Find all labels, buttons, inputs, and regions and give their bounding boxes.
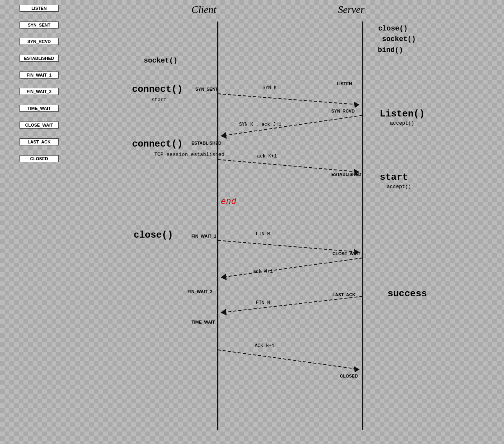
accept-start-label: Listen() [380, 109, 425, 119]
state-box-established: ESTABLISHED [20, 55, 59, 62]
ack-n1-label: ACK N+1 [255, 343, 274, 349]
accept-success-sub-label: accept() [387, 184, 411, 190]
ack-k1-label: ack K+1 [257, 154, 277, 159]
socket-server-label: close() [378, 25, 408, 32]
closed-timeline: CLOSED [340, 374, 358, 378]
close-client-label: close() [134, 230, 173, 240]
last-ack-timeline: LAST_ACK [332, 292, 356, 297]
syn-rcvd-timeline: SYN_RCVD [331, 109, 355, 113]
established-server-timeline: ESTABLISHED [331, 172, 361, 177]
state-box-closed: CLOSED [20, 155, 59, 162]
established-client-timeline: ESTABLISHED [191, 141, 222, 145]
svg-line-12 [221, 296, 363, 313]
svg-line-6 [218, 159, 359, 172]
diagram-container: LISTEN SYN_SENT SYN_RCVD ESTABLISHED FIN… [0, 0, 504, 444]
svg-marker-11 [221, 274, 227, 280]
connect-start-sub-label: start [152, 97, 167, 103]
svg-marker-13 [221, 309, 227, 315]
svg-marker-5 [221, 132, 227, 139]
fin-n-label: FIN N [256, 300, 270, 306]
connect-start-label: connect() [132, 84, 183, 95]
state-box-last-ack: LAST_ACK [20, 138, 59, 145]
close-wait-timeline: CLOSE_WAIT [332, 251, 361, 256]
syn-sent-timeline: SYN_SENT [195, 87, 218, 91]
svg-marker-3 [354, 102, 359, 108]
fin-wait-1-timeline: FIN_WAIT_1 [191, 234, 216, 238]
svg-marker-15 [354, 366, 359, 372]
bind-server-label: socket() [382, 35, 416, 43]
close-server-label: success [388, 288, 427, 299]
fin-m-label: FIN M [256, 231, 270, 237]
state-box-fin-wait-2: FIN_WAIT_2 [20, 88, 59, 95]
connect-end-label: connect() [132, 139, 183, 149]
state-box-fin-wait-1: FIN_WAIT_1 [20, 72, 59, 79]
accept-success-label: start [380, 172, 408, 183]
socket-client-label: socket() [144, 57, 177, 64]
listen-timeline: LISTEN [337, 81, 352, 86]
ack-m1-label: ack M+1 [253, 269, 273, 274]
state-box-time-wait: TIME_WAIT [20, 105, 59, 112]
state-box-syn-sent: SYN_SENT [20, 21, 59, 29]
tcp-session-label: end [221, 197, 236, 207]
svg-line-2 [218, 94, 359, 105]
diagram-svg [0, 0, 504, 444]
syn-k-label: SYN K [263, 85, 277, 91]
state-box-close-wait: CLOSE_WAIT [20, 122, 59, 129]
svg-line-10 [221, 258, 363, 278]
svg-line-8 [218, 240, 359, 252]
server-header: Server [338, 4, 365, 16]
connect-end-sub-label: TCP session established [154, 152, 224, 158]
client-header: Client [191, 4, 216, 16]
accept-start-sub-label: accept() [390, 120, 414, 126]
svg-line-14 [218, 350, 359, 369]
time-wait-timeline: TIME_WAIT [191, 320, 215, 324]
fin-wait-2-timeline: FIN_WAIT_2 [188, 289, 213, 294]
listen-server-label: bind() [378, 46, 403, 54]
state-box-listen: LISTEN [20, 5, 59, 12]
state-box-syn-rcvd: SYN_RCVD [20, 38, 59, 45]
syn-k-ack-label: SYN K , ack J+1 [239, 122, 281, 127]
